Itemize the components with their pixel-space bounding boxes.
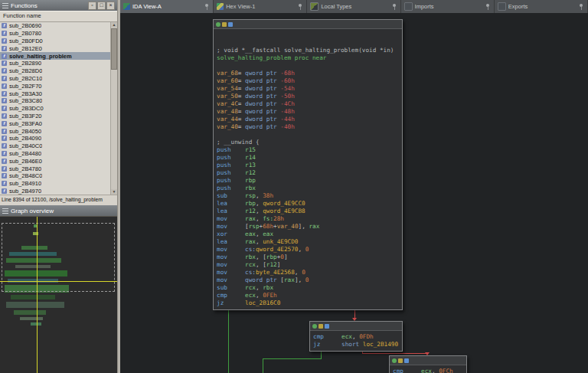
asm-line[interactable]: jz short loc_2B1490	[313, 341, 399, 348]
function-item-sub-2b2890[interactable]: fsub_2B2890	[0, 60, 110, 67]
close-button[interactable]: ×	[106, 2, 115, 10]
asm-line[interactable]: ; void *__fastcall solve_halting_problem…	[217, 47, 399, 54]
node-body[interactable]: cmp ecx, 0FCh	[390, 365, 466, 373]
asm-line[interactable]: mov cs:qword_4E2570, 0	[217, 246, 399, 254]
tab-local-types[interactable]: Local Types	[307, 0, 400, 13]
asm-token: push	[217, 162, 231, 169]
graph-overview-titlebar[interactable]: Graph overview	[0, 205, 117, 216]
function-list-scrollbar[interactable]: ▲ ▼	[110, 22, 117, 195]
function-item-sub-2b4970[interactable]: fsub_2B4970	[0, 188, 110, 195]
asm-line[interactable]	[217, 131, 399, 139]
asm-line[interactable]: var_68= qword ptr -68h	[217, 70, 399, 77]
asm-line[interactable]: cmp ecx, 0FDh	[313, 333, 399, 341]
graph-node-cmp-0fch[interactable]: cmp ecx, 0FCh	[389, 355, 467, 373]
function-item-sub-2b2f70[interactable]: fsub_2B2F70	[0, 82, 110, 90]
function-item-sub-2b3f20[interactable]: fsub_2B3F20	[0, 113, 110, 120]
function-item-sub-2b3a30[interactable]: fsub_2B3A30	[0, 90, 110, 97]
pin-icon[interactable]	[392, 4, 397, 10]
function-item-sub-2b0690[interactable]: fsub_2B0690	[0, 22, 110, 30]
scroll-down-icon[interactable]: ▼	[111, 189, 117, 195]
function-item-sub-2b3c80[interactable]: fsub_2B3C80	[0, 97, 110, 105]
asm-line[interactable]	[217, 39, 399, 47]
function-list[interactable]: fsub_2B0690fsub_2B0780fsub_2B0FD0fsub_2B…	[0, 22, 110, 195]
tab-imports[interactable]: Imports	[401, 0, 495, 13]
node-titlebar[interactable]	[390, 356, 466, 365]
asm-token: ecx	[341, 333, 352, 340]
graph-overview-canvas[interactable]	[0, 216, 117, 373]
pin-icon[interactable]	[579, 4, 584, 10]
graph-node-cmp-0fdh[interactable]: cmp ecx, 0FDhjz short loc_2B1490	[309, 321, 403, 352]
function-item-sub-2b0fd0[interactable]: fsub_2B0FD0	[0, 38, 110, 45]
function-item-solve-halting-problem[interactable]: fsolve_halting_problem	[0, 52, 110, 60]
function-item-sub-2b4480[interactable]: fsub_2B4480	[0, 150, 110, 158]
function-item-sub-2b4050[interactable]: fsub_2B4050	[0, 127, 110, 135]
scroll-up-icon[interactable]: ▲	[111, 22, 117, 28]
asm-line[interactable]: var_4C= dword ptr -4Ch	[217, 100, 399, 108]
asm-line[interactable]: solve_halting_problem proc near	[217, 54, 399, 62]
asm-line[interactable]: mov rcx, [r12]	[217, 261, 399, 269]
function-name-column-header[interactable]: Function name	[0, 11, 117, 22]
asm-line[interactable]: var_60= qword ptr -60h	[217, 77, 399, 85]
asm-line[interactable]: mov [rsp+68h+var_40], rax	[217, 223, 399, 231]
asm-line[interactable]: var_44= dword ptr -44h	[217, 116, 399, 123]
asm-line[interactable]: sub rcx, rbx	[217, 284, 399, 292]
function-item-sub-2b0780[interactable]: fsub_2B0780	[0, 30, 110, 38]
function-item-sub-2b40c0[interactable]: fsub_2B40C0	[0, 142, 110, 150]
function-item-sub-2b48c0[interactable]: fsub_2B48C0	[0, 172, 110, 180]
asm-line[interactable]: lea rax, unk_4E9CD0	[217, 238, 399, 246]
asm-line[interactable]: push rbx	[217, 185, 399, 192]
function-item-sub-2b12e0[interactable]: fsub_2B12E0	[0, 44, 110, 52]
node-sync-icon	[325, 324, 329, 329]
scrollbar-track[interactable]	[111, 28, 117, 189]
asm-line[interactable]: push r15	[217, 146, 399, 154]
asm-line[interactable]: sub rsp, 38h	[217, 192, 399, 200]
node-titlebar[interactable]	[214, 20, 402, 29]
asm-token	[227, 276, 245, 283]
functions-panel-icon	[2, 2, 8, 8]
asm-line[interactable]: jz loc_2B16C0	[217, 299, 399, 307]
function-item-sub-2b3dc0[interactable]: fsub_2B3DC0	[0, 105, 110, 113]
asm-line[interactable]: ; __unwind {	[217, 139, 399, 146]
function-item-sub-2b4090[interactable]: fsub_2B4090	[0, 135, 110, 142]
asm-line[interactable]: var_54= dword ptr -54h	[217, 85, 399, 93]
pin-icon[interactable]	[485, 4, 491, 10]
asm-line[interactable]: lea r12, qword_4E9CB8	[217, 208, 399, 215]
node-body[interactable]: ; void *__fastcall solve_halting_problem…	[214, 29, 402, 309]
maximize-button[interactable]: □	[97, 2, 106, 10]
asm-line[interactable]: mov cs:byte_4E2568, 0	[217, 269, 399, 276]
asm-line[interactable]: lea rbp, qword_4E9CC0	[217, 200, 399, 208]
function-item-sub-2b28d0[interactable]: fsub_2B28D0	[0, 67, 110, 75]
asm-line[interactable]: push r12	[217, 169, 399, 177]
asm-line[interactable]: mov rbx, [rbp+0]	[217, 254, 399, 261]
asm-line[interactable]: xor eax, eax	[217, 231, 399, 238]
graph-view-canvas[interactable]: ; void *__fastcall solve_halting_problem…	[120, 13, 588, 373]
asm-line[interactable]: mov rax, fs:28h	[217, 215, 399, 223]
asm-line[interactable]: push rbp	[217, 177, 399, 185]
functions-panel-titlebar[interactable]: Functions ▫□×	[0, 0, 117, 11]
scrollbar-thumb[interactable]	[111, 28, 117, 70]
node-titlebar[interactable]	[310, 322, 402, 331]
asm-line[interactable]: var_40= qword ptr -40h	[217, 123, 399, 131]
function-item-sub-2b3fa0[interactable]: fsub_2B3FA0	[0, 119, 110, 127]
function-item-sub-2b2c10[interactable]: fsub_2B2C10	[0, 75, 110, 83]
asm-line[interactable]: var_50= dword ptr -50h	[217, 93, 399, 100]
pin-icon[interactable]	[298, 4, 303, 10]
tab-exports[interactable]: Exports	[495, 0, 588, 13]
asm-line[interactable]: mov qword ptr [rax], 0	[217, 276, 399, 284]
tab-ida-view-a[interactable]: IDA View-A	[120, 0, 214, 13]
asm-line[interactable]: var_48= qword ptr -48h	[217, 108, 399, 116]
asm-line[interactable]	[217, 62, 399, 70]
asm-line[interactable]: cmp ecx, 0FCh	[393, 368, 463, 373]
function-item-sub-2b46e0[interactable]: fsub_2B46E0	[0, 157, 110, 165]
pin-icon[interactable]	[204, 4, 210, 10]
asm-line[interactable]: push r14	[217, 154, 399, 162]
graph-node-entry[interactable]: ; void *__fastcall solve_halting_problem…	[213, 19, 403, 310]
asm-line[interactable]: cmp ecx, 0FEh	[217, 292, 399, 299]
asm-line[interactable]	[217, 31, 399, 39]
node-body[interactable]: cmp ecx, 0FDhjz short loc_2B1490	[310, 331, 402, 351]
asm-line[interactable]: push r13	[217, 162, 399, 169]
tab-hex-view-1[interactable]: Hex View-1	[214, 0, 307, 13]
undock-button[interactable]: ▫	[88, 2, 96, 10]
function-item-sub-2b4780[interactable]: fsub_2B4780	[0, 165, 110, 172]
function-item-sub-2b4910[interactable]: fsub_2B4910	[0, 180, 110, 188]
